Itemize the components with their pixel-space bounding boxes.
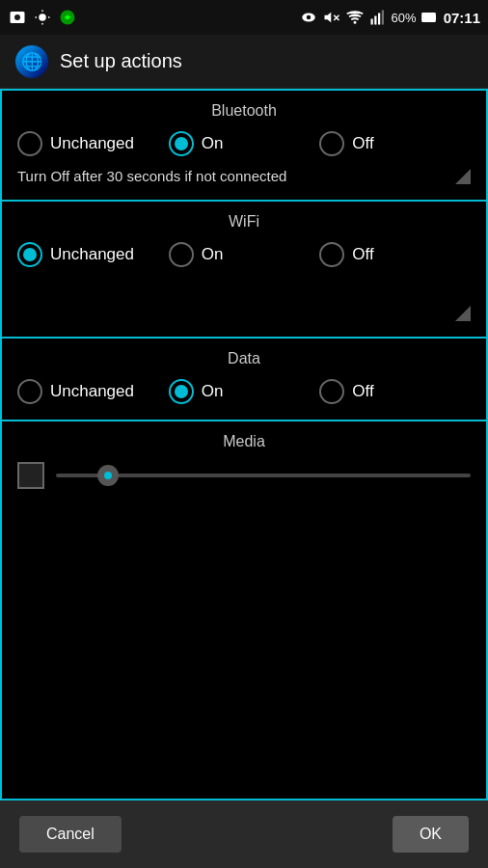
wifi-section: WiFi Unchanged On Off (2, 202, 486, 339)
time-display: 07:11 (444, 10, 480, 26)
data-on-radio[interactable] (169, 379, 194, 404)
bluetooth-off-label: Off (352, 134, 373, 153)
wifi-corner-triangle (455, 306, 471, 321)
svg-point-1 (14, 14, 20, 20)
status-bar: 60% 07:11 (0, 0, 488, 35)
media-checkbox[interactable] (17, 462, 44, 489)
bluetooth-sub-text: Turn Off after 30 seconds if not connect… (17, 168, 455, 184)
wifi-off-option[interactable]: Off (319, 242, 471, 267)
wifi-unchanged-label: Unchanged (50, 245, 134, 264)
brightness-icon (33, 8, 52, 27)
bluetooth-on-radio-inner (175, 137, 188, 150)
signal-icon (368, 8, 388, 27)
bluetooth-sub-option[interactable]: Turn Off after 30 seconds if not connect… (17, 168, 471, 184)
app-icon (58, 8, 77, 27)
svg-rect-15 (374, 16, 376, 25)
battery-icon (420, 8, 440, 27)
data-unchanged-label: Unchanged (50, 382, 134, 401)
wifi-unchanged-radio-inner (23, 248, 37, 261)
data-unchanged-option[interactable]: Unchanged (17, 379, 169, 404)
data-on-option[interactable]: On (169, 379, 320, 404)
wifi-icon (345, 8, 365, 27)
data-off-radio[interactable] (319, 379, 344, 404)
media-slider-track[interactable] (56, 474, 471, 477)
app-logo: 🌐 (15, 45, 48, 78)
logo-emoji: 🌐 (21, 51, 42, 72)
wifi-off-radio[interactable] (319, 242, 344, 267)
wifi-on-option[interactable]: On (169, 242, 320, 267)
data-title: Data (17, 350, 471, 367)
photo-icon (8, 8, 27, 27)
wifi-radio-row: Unchanged On Off (17, 242, 471, 267)
bluetooth-corner-triangle (455, 169, 471, 184)
wifi-off-label: Off (352, 245, 373, 264)
media-controls (17, 462, 471, 489)
main-content: Bluetooth Unchanged On Off Turn Off afte… (0, 89, 488, 800)
data-section: Data Unchanged On Off (2, 339, 486, 421)
bluetooth-on-option[interactable]: On (169, 131, 320, 156)
bluetooth-off-radio[interactable] (319, 131, 344, 156)
bottom-bar: Cancel OK (0, 800, 488, 868)
bluetooth-on-radio[interactable] (169, 131, 194, 156)
media-slider-thumb[interactable] (97, 465, 119, 486)
bluetooth-section: Bluetooth Unchanged On Off Turn Off afte… (2, 91, 486, 202)
wifi-on-label: On (202, 245, 224, 264)
svg-point-2 (39, 14, 46, 21)
svg-marker-10 (324, 13, 331, 23)
bluetooth-unchanged-label: Unchanged (50, 134, 134, 153)
status-bar-left (8, 8, 77, 27)
bluetooth-off-option[interactable]: Off (319, 131, 471, 156)
data-unchanged-radio[interactable] (17, 379, 42, 404)
bluetooth-unchanged-option[interactable]: Unchanged (17, 131, 169, 156)
header: 🌐 Set up actions (0, 35, 488, 89)
data-off-label: Off (352, 382, 373, 401)
battery-percent: 60% (392, 11, 417, 25)
svg-rect-17 (381, 11, 383, 25)
mute-icon (322, 8, 341, 27)
bluetooth-unchanged-radio[interactable] (17, 131, 42, 156)
page-title: Set up actions (60, 50, 182, 72)
wifi-title: WiFi (17, 213, 471, 231)
svg-point-13 (354, 22, 356, 24)
data-off-option[interactable]: Off (319, 379, 471, 404)
eye-icon (299, 8, 318, 27)
data-on-label: On (202, 382, 224, 401)
bluetooth-radio-row: Unchanged On Off (17, 131, 471, 156)
wifi-corner-container (17, 306, 471, 321)
svg-point-9 (306, 15, 311, 20)
media-title: Media (17, 433, 471, 450)
status-bar-right: 60% 07:11 (299, 8, 480, 27)
data-radio-row: Unchanged On Off (17, 379, 471, 404)
svg-rect-19 (422, 14, 430, 21)
wifi-unchanged-radio[interactable] (17, 242, 42, 267)
svg-rect-16 (378, 14, 380, 25)
wifi-unchanged-option[interactable]: Unchanged (17, 242, 169, 267)
media-section: Media (2, 421, 486, 504)
svg-rect-14 (370, 19, 372, 25)
cancel-button[interactable]: Cancel (19, 816, 122, 853)
wifi-on-radio[interactable] (169, 242, 194, 267)
bluetooth-on-label: On (202, 134, 224, 153)
data-on-radio-inner (175, 385, 188, 398)
ok-button[interactable]: OK (393, 816, 469, 853)
bluetooth-title: Bluetooth (17, 102, 471, 120)
